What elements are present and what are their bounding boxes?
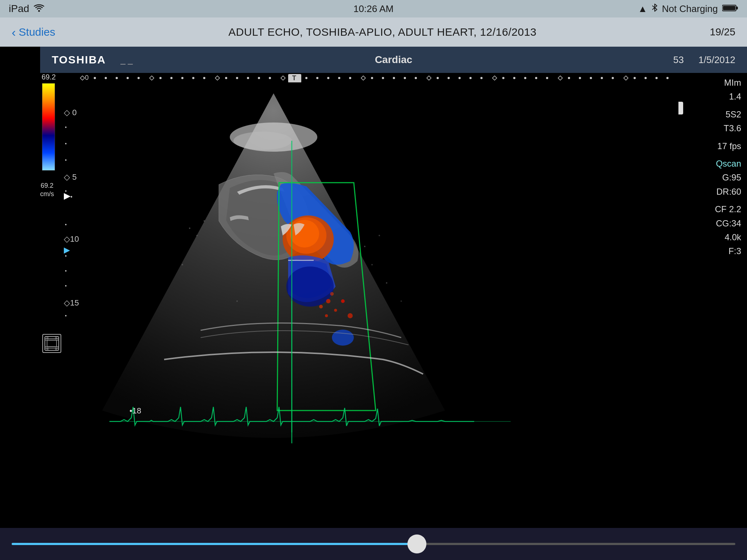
scrubber-bar: [0, 528, 747, 560]
depth-dot-1: •: [65, 124, 67, 130]
age-value: 53: [673, 54, 684, 66]
depth-dot-8: •: [65, 283, 67, 289]
svg-point-33: [382, 77, 384, 79]
svg-marker-55: [624, 76, 628, 80]
svg-point-9: [127, 77, 129, 79]
svg-point-32: [371, 77, 373, 79]
svg-marker-31: [361, 76, 365, 80]
dot-ruler: 0 T: [73, 73, 685, 83]
fps-param: 17 fps: [683, 139, 741, 153]
status-bar: iPad 10:26 AM ▲ Not Charging: [0, 0, 747, 18]
status-bar-time: 10:26 AM: [353, 3, 394, 15]
svg-point-39: [448, 77, 450, 79]
svg-point-73: [330, 292, 334, 296]
svg-point-79: [182, 264, 183, 265]
mode-label: Cardiac: [375, 54, 413, 66]
color-scale-top-label: 69.2: [42, 73, 56, 81]
svg-point-80: [236, 300, 238, 302]
main-content: TOSHIBA _ _ Cardiac 53 1/5/2012 69.2 69.…: [0, 47, 747, 560]
scrubber-thumb[interactable]: [407, 534, 426, 553]
freq-param: 5S2 T3.6: [683, 108, 741, 136]
depth-marker-10: ◇10: [64, 234, 79, 244]
svg-rect-2: [736, 7, 738, 9]
svg-rect-92: [46, 337, 49, 339]
svg-point-74: [332, 330, 354, 346]
toshiba-header-bar: TOSHIBA _ _ Cardiac 53 1/5/2012: [40, 47, 747, 73]
svg-point-58: [655, 77, 658, 79]
svg-point-21: [258, 77, 260, 79]
svg-rect-3: [723, 6, 735, 10]
svg-point-26: [305, 77, 307, 79]
scrubber-track[interactable]: [12, 543, 735, 545]
back-label[interactable]: Studies: [19, 26, 55, 38]
svg-point-19: [236, 77, 238, 79]
svg-point-14: [181, 77, 183, 79]
svg-point-76: [189, 228, 190, 229]
svg-point-6: [94, 77, 96, 79]
svg-text:0: 0: [85, 74, 89, 81]
ultrasound-display: TOSHIBA _ _ Cardiac 53 1/5/2012 69.2 69.…: [0, 47, 747, 528]
svg-point-13: [170, 77, 173, 79]
svg-rect-93: [55, 337, 57, 339]
svg-point-65: [290, 220, 319, 248]
cf-param: CF 2.2 CG:34 4.0k F:3: [683, 202, 741, 258]
ultrasound-image: •18: [73, 82, 678, 469]
svg-point-46: [524, 77, 526, 79]
svg-point-15: [192, 77, 194, 79]
svg-point-7: [105, 77, 107, 79]
svg-point-57: [645, 77, 647, 79]
battery-icon: [722, 3, 738, 15]
depth-dot-7: •: [65, 268, 67, 274]
svg-point-30: [349, 77, 351, 79]
svg-point-8: [116, 77, 118, 79]
svg-point-42: [480, 77, 483, 79]
status-bar-right: ▲ Not Charging: [638, 3, 738, 15]
svg-point-18: [225, 77, 227, 79]
svg-point-56: [634, 77, 636, 79]
svg-point-68: [319, 305, 323, 308]
play-marker-1: ▶•: [64, 191, 73, 201]
svg-point-52: [590, 77, 592, 79]
svg-point-45: [513, 77, 515, 79]
device-label: iPad: [9, 3, 29, 15]
svg-point-84: [386, 282, 387, 284]
back-button[interactable]: ‹ Studies: [12, 25, 55, 39]
svg-point-47: [535, 77, 537, 79]
svg-point-20: [247, 77, 249, 79]
depth-dot-5: •: [65, 222, 67, 228]
page-title: ADULT ECHO, TOSHIBA-APLIO, ADULT HEART, …: [228, 26, 537, 38]
back-chevron-icon: ‹: [12, 25, 16, 39]
depth-marker-15: ◇15: [64, 298, 79, 308]
svg-point-51: [579, 77, 581, 79]
svg-point-44: [502, 77, 504, 79]
depth-dot-2: •: [65, 141, 67, 147]
svg-point-41: [469, 77, 472, 79]
film-icon[interactable]: [42, 334, 61, 353]
bluetooth-icon: [652, 3, 658, 15]
svg-point-38: [437, 77, 439, 79]
nav-bar: ‹ Studies ADULT ECHO, TOSHIBA-APLIO, ADU…: [0, 18, 747, 47]
status-bar-left: iPad: [9, 3, 44, 15]
svg-point-28: [327, 77, 329, 79]
header-dashes: _ _: [120, 55, 132, 65]
svg-point-59: [666, 77, 669, 79]
depth-dot-6: •: [65, 253, 67, 259]
svg-point-34: [393, 77, 395, 79]
page-count: 19/25: [710, 26, 735, 38]
svg-point-62: [233, 132, 292, 150]
svg-point-12: [159, 77, 162, 79]
svg-point-67: [326, 299, 330, 303]
svg-point-78: [204, 220, 205, 222]
svg-marker-17: [215, 76, 220, 80]
svg-point-27: [316, 77, 318, 79]
svg-rect-96: [47, 340, 57, 347]
battery-label: Not Charging: [662, 3, 718, 15]
svg-point-40: [458, 77, 461, 79]
svg-point-16: [203, 77, 205, 79]
svg-point-83: [379, 235, 380, 236]
scrubber-fill: [12, 543, 417, 545]
svg-point-50: [568, 77, 570, 79]
svg-point-81: [364, 246, 365, 247]
svg-point-22: [269, 77, 271, 79]
depth-dot-3: •: [65, 157, 67, 163]
